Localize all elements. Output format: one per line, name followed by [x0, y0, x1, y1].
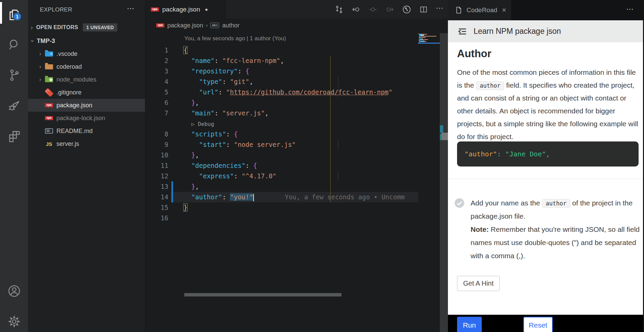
- scrollbar-thumb[interactable]: [442, 133, 448, 140]
- code-line-16[interactable]: 16: [145, 213, 418, 223]
- code-line-11[interactable]: 11 "dependencies": {: [145, 160, 418, 171]
- close-icon[interactable]: ×: [502, 6, 506, 15]
- line-number: 7: [145, 108, 171, 118]
- folder-node-icon: [45, 77, 53, 82]
- symbol-abc-icon: abc: [210, 23, 219, 28]
- line-number: [145, 118, 171, 129]
- code-line-2[interactable]: 2 "name": "fcc-learn-npm",: [145, 56, 418, 66]
- line-number: 15: [145, 202, 171, 213]
- explorer-title: EXPLORER: [40, 6, 72, 13]
- menu-back-icon[interactable]: [457, 26, 468, 37]
- file-label: package-lock.json: [56, 115, 105, 122]
- code-line-5[interactable]: 5 "url": "https://github.com/coderoad/fc…: [145, 87, 418, 97]
- breadcrumb-symbol[interactable]: author: [222, 22, 239, 29]
- code-line-6[interactable]: 6 },: [145, 97, 418, 108]
- code-line-3[interactable]: 3 "repository": {: [145, 66, 418, 76]
- editor-tab-bar: npm package.json ●: [145, 0, 448, 19]
- breadcrumb-separator: ›: [206, 22, 208, 28]
- code-line-14[interactable]: 14 "author": "you!" You, a few seconds a…: [145, 192, 418, 202]
- file-row-server.js[interactable]: ›JSserver.js: [28, 137, 145, 150]
- editor-group: npm package.json ●: [145, 0, 448, 332]
- minimap[interactable]: [418, 33, 440, 45]
- line-number: 14: [145, 192, 171, 202]
- horizontal-scrollbar-thumb[interactable]: [184, 293, 341, 296]
- code-line-1[interactable]: 1{: [145, 45, 418, 56]
- explorer-more-icon[interactable]: ⋯: [127, 4, 135, 13]
- code-line-8[interactable]: 8 "scripts": {: [145, 129, 418, 139]
- coderoad-panel: CodeRoad × ⋯ Learn NPM package json Auth…: [448, 0, 644, 332]
- breadcrumb: npm package.json › abc author: [145, 19, 448, 32]
- get-hint-button[interactable]: Get A Hint: [457, 276, 500, 291]
- code-line-7[interactable]: 7 "main": "server.js",: [145, 108, 418, 118]
- tab-label: package.json: [162, 6, 200, 13]
- step-back-icon[interactable]: [351, 5, 361, 14]
- search-icon[interactable]: [0, 32, 28, 58]
- code-line-10[interactable]: 10 },: [145, 150, 418, 160]
- chevron-right-icon: ›: [37, 76, 44, 83]
- extensions-icon[interactable]: [0, 123, 28, 149]
- chevron-right-icon: ›: [37, 63, 44, 70]
- line-number: 2: [145, 56, 171, 66]
- codelens-row[interactable]: ▷ Debug: [145, 118, 418, 129]
- step-current-icon[interactable]: [368, 5, 378, 14]
- git-icon: [45, 88, 54, 97]
- file-row-package.json[interactable]: ›npmpackage.json: [28, 99, 145, 112]
- section-heading: Author: [457, 48, 492, 60]
- account-icon[interactable]: [0, 278, 28, 304]
- line-number: 4: [145, 76, 171, 87]
- file-label: .gitignore: [56, 89, 81, 96]
- workspace-root-label: TMP-3: [37, 38, 55, 45]
- panel-more-icon[interactable]: ⋯: [626, 5, 635, 14]
- file-row-.vscode[interactable]: ›.vscode: [28, 47, 145, 60]
- lesson-content: Author One of the most common pieces of …: [448, 42, 644, 315]
- git-blame-header: You, a few seconds ago | 1 author (You): [184, 35, 286, 42]
- source-control-icon[interactable]: [0, 62, 28, 88]
- run-debug-icon[interactable]: [0, 93, 28, 118]
- code-line-4[interactable]: 4 "type": "git",: [145, 76, 418, 87]
- tab-package-json[interactable]: npm package.json ●: [145, 0, 226, 19]
- file-row-README.md[interactable]: ›M↓README.md: [28, 125, 145, 137]
- run-tutorial-icon[interactable]: [402, 5, 411, 14]
- file-label: .vscode: [56, 50, 77, 58]
- code-line-12[interactable]: 12 "express": "^4.17.0": [145, 171, 418, 181]
- settings-gear-icon[interactable]: [0, 309, 28, 332]
- indent-guide: [338, 76, 338, 97]
- file-row-package-lock.json[interactable]: ›npmpackage-lock.json: [28, 112, 145, 125]
- code-line-9[interactable]: 9 "start": "node server.js": [145, 139, 418, 150]
- overview-ruler-mark: [440, 125, 443, 133]
- breadcrumb-file[interactable]: package.json: [167, 22, 203, 29]
- editor-more-icon[interactable]: ⋯: [436, 4, 444, 15]
- file-icon: [455, 6, 463, 14]
- file-row-coderoad[interactable]: ›coderoad: [28, 60, 145, 73]
- line-number: 13: [145, 181, 171, 192]
- workspace-root-folder[interactable]: › TMP-3: [28, 35, 145, 47]
- line-number: 3: [145, 66, 171, 76]
- panel-tab-bar: CodeRoad × ⋯: [448, 0, 644, 20]
- code-line-13[interactable]: 13 },: [145, 181, 418, 192]
- line-number: 12: [145, 171, 171, 181]
- indent-guide: [330, 56, 331, 202]
- code-line-15[interactable]: 15}: [145, 202, 418, 213]
- line-number: 9: [145, 139, 171, 150]
- file-row-.gitignore[interactable]: ›.gitignore: [28, 86, 145, 99]
- open-editors-section[interactable]: › OPEN EDITORS 1 UNSAVED: [28, 21, 145, 34]
- panel-tab-label: CodeRoad: [467, 6, 497, 14]
- run-button[interactable]: Run: [457, 317, 482, 332]
- task-check-icon[interactable]: [454, 198, 465, 208]
- indent-guide: [338, 139, 338, 150]
- code-area[interactable]: 1{2 "name": "fcc-learn-npm",3 "repositor…: [145, 45, 418, 223]
- file-tree: ›.vscode›coderoad›node_modules›.gitignor…: [28, 47, 145, 150]
- step-forward-icon[interactable]: [385, 5, 395, 14]
- lesson-header: Learn NPM package json: [448, 20, 644, 42]
- file-row-node_modules[interactable]: ›node_modules: [28, 73, 145, 86]
- indent-guide: [338, 171, 338, 181]
- file-label: server.js: [56, 140, 79, 148]
- split-editor-icon[interactable]: [419, 5, 428, 14]
- tab-coderoad[interactable]: CodeRoad ×: [448, 0, 511, 20]
- panel-footer: Run Reset: [448, 315, 644, 332]
- vertical-scrollbar[interactable]: [440, 33, 448, 332]
- md-icon: M↓: [45, 128, 53, 134]
- reset-button[interactable]: Reset: [523, 317, 553, 332]
- line-number: 5: [145, 87, 171, 97]
- compare-changes-icon[interactable]: [334, 5, 344, 14]
